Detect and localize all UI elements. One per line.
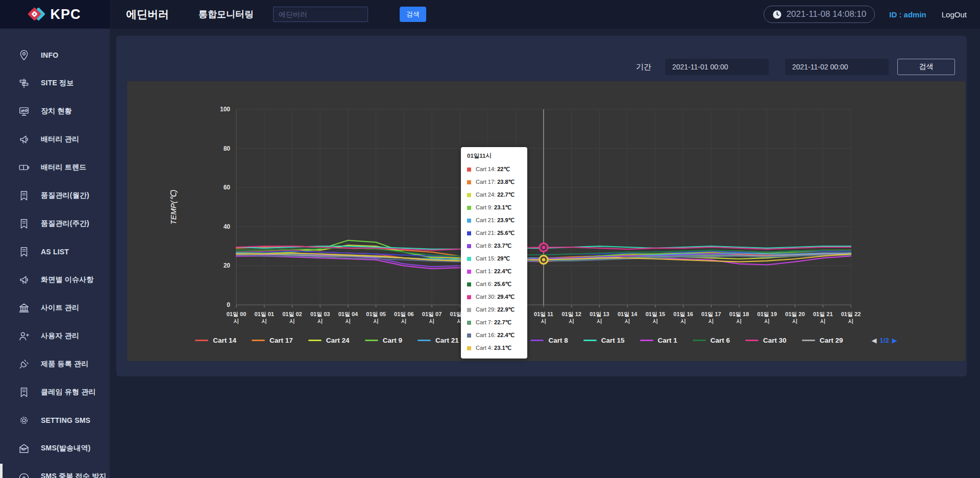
legend-label: Cart 30 [763, 337, 787, 344]
sidebar-item-info[interactable]: INFO [0, 41, 110, 69]
legend-item-cart-29[interactable]: Cart 29 [802, 337, 843, 344]
sidebar-item-site-info[interactable]: SITE 정보 [0, 69, 110, 97]
sidebar-item-battery-mgmt[interactable]: 배터리 관리 [0, 125, 110, 153]
legend-line-swatch [365, 340, 378, 341]
bookmark-list-icon [18, 190, 30, 201]
tooltip-row: Cart 14: 22℃ [467, 163, 521, 176]
sidebar-item-label: 배터리 관리 [41, 135, 79, 144]
sidebar-item-as-list[interactable]: AS LIST [0, 237, 110, 266]
svg-text:01일 16시: 01일 16시 [673, 311, 693, 324]
tooltip-row: Cart 1: 22.4℃ [467, 265, 521, 278]
bookmark-list-icon [18, 246, 30, 257]
legend-label: Cart 21 [435, 337, 459, 344]
svg-text:01일 17시: 01일 17시 [701, 311, 721, 324]
sidebar-item-device-status[interactable]: 장치 현황 [0, 97, 110, 125]
sidebar-item-screen-issues[interactable]: 화면별 이슈사항 [0, 266, 110, 294]
legend-line-swatch [418, 340, 431, 341]
tooltip-series-swatch [467, 333, 471, 338]
sidebar-item-setting-sms[interactable]: SETTING SMS [0, 406, 110, 434]
legend-prev-arrow-icon[interactable]: ◀ [872, 337, 877, 344]
legend-item-cart-6[interactable]: Cart 6 [693, 337, 730, 344]
sidebar-item-label: SITE 정보 [41, 79, 74, 88]
tooltip-row: Cart 7: 22.7℃ [467, 316, 521, 329]
legend-label: Cart 29 [820, 337, 843, 344]
brand-logo[interactable]: KPC [0, 0, 110, 29]
period-filter-row: 기간 검색 [116, 59, 967, 75]
legend-item-cart-8[interactable]: Cart 8 [530, 337, 568, 344]
bookmark-list-icon [18, 218, 30, 229]
clock-icon [772, 10, 782, 19]
legend-item-cart-9[interactable]: Cart 9 [365, 337, 402, 344]
logo-text: KPC [50, 7, 81, 22]
tooltip-series-swatch [467, 270, 471, 274]
tooltip-series-value: Cart 4: 23.1℃ [476, 345, 511, 351]
tooltip-series-value: Cart 6: 25.6℃ [476, 281, 511, 288]
sidebar-item-quality-weekly[interactable]: 품질관리(주간) [0, 209, 110, 237]
tooltip-row: Cart 16: 22.4℃ [467, 329, 521, 342]
user-id-label: ID : admin [889, 10, 926, 19]
tooltip-series-swatch [467, 180, 471, 184]
tooltip-series-swatch [467, 295, 471, 299]
legend-page-indicator: 1/2 [880, 337, 889, 344]
tooltip-series-value: Cart 9: 23.1℃ [476, 204, 511, 211]
date-to-input[interactable] [785, 59, 889, 75]
legend-label: Cart 14 [213, 337, 236, 344]
tooltip-title: 01일11시 [467, 152, 521, 160]
svg-text:01일 07시: 01일 07시 [422, 311, 442, 324]
logout-button[interactable]: LogOut [942, 10, 967, 19]
sidebar-item-label: 화면별 이슈사항 [41, 275, 94, 284]
svg-text:60: 60 [224, 184, 231, 191]
tooltip-row: Cart 9: 23.1℃ [467, 201, 521, 214]
page-scrollbar[interactable] [0, 464, 3, 478]
legend-line-swatch [693, 340, 706, 341]
sidebar-item-label: AS LIST [41, 248, 69, 256]
date-from-input[interactable] [665, 59, 769, 75]
tooltip-row: Cart 29: 22.9℃ [467, 303, 521, 316]
tooltip-series-value: Cart 21: 25.6℃ [476, 230, 514, 236]
panel-search-button[interactable]: 검색 [897, 59, 955, 75]
tooltip-row: Cart 24: 22.7℃ [467, 188, 521, 201]
tooltip-series-value: Cart 29: 22.9℃ [476, 306, 514, 313]
legend-item-cart-15[interactable]: Cart 15 [583, 337, 625, 344]
sidebar-item-label: 품질관리(월간) [41, 191, 89, 200]
sidebar-item-claim-type-mgmt[interactable]: 클레임 유형 관리 [0, 378, 110, 406]
sidebar-item-battery-trend[interactable]: 배터리 트렌드 [0, 153, 110, 181]
legend-item-cart-17[interactable]: Cart 17 [252, 337, 293, 344]
tooltip-row: Cart 17: 23.8℃ [467, 176, 521, 188]
tooltip-series-swatch [467, 168, 471, 172]
svg-text:01일 12시: 01일 12시 [561, 311, 581, 324]
sidebar-item-sms-duplicate-prevention[interactable]: SMS 중복 접수 방지 [0, 462, 110, 478]
tooltip-series-value: Cart 16: 22.4℃ [476, 332, 514, 339]
svg-text:TEMP(℃): TEMP(℃) [169, 189, 178, 225]
site-search-input[interactable] [273, 7, 368, 22]
sidebar-item-sms-history[interactable]: SMS(발송내역) [0, 434, 110, 462]
legend-item-cart-14[interactable]: Cart 14 [195, 337, 236, 344]
battery-icon [18, 162, 30, 173]
site-title: 에딘버러 [126, 7, 169, 21]
sidebar-item-label: 장치 현황 [41, 107, 72, 116]
sidebar-item-product-reg-mgmt[interactable]: 제품 등록 관리 [0, 350, 110, 378]
svg-text:01일 05시: 01일 05시 [366, 311, 386, 324]
sidebar-item-user-mgmt[interactable]: 사용자 관리 [0, 322, 110, 350]
svg-text:01일 01시: 01일 01시 [254, 311, 274, 324]
legend-pagination: ◀1/2▶ [872, 337, 897, 344]
sidebar-item-label: 사용자 관리 [41, 331, 79, 341]
svg-text:01일 22시: 01일 22시 [841, 311, 861, 324]
tooltip-series-value: Cart 24: 22.7℃ [476, 192, 514, 198]
legend-next-arrow-icon[interactable]: ▶ [892, 337, 897, 344]
svg-text:01일 04시: 01일 04시 [338, 311, 358, 324]
sidebar-item-site-mgmt[interactable]: 사이트 관리 [0, 294, 110, 322]
sidebar-item-label: 제품 등록 관리 [41, 360, 88, 369]
tooltip-series-swatch [467, 257, 471, 261]
temperature-chart-area: 02040608010001일 00시01일 01시01일 02시01일 03시… [127, 81, 965, 361]
sidebar-item-quality-monthly[interactable]: 품질관리(월간) [0, 181, 110, 209]
header-search-button[interactable]: 검색 [400, 7, 426, 22]
legend-item-cart-24[interactable]: Cart 24 [308, 337, 350, 344]
legend-label: Cart 24 [326, 337, 350, 344]
legend-item-cart-30[interactable]: Cart 30 [745, 337, 787, 344]
temperature-line-chart[interactable]: 02040608010001일 00시01일 01시01일 02시01일 03시… [127, 81, 965, 361]
legend-item-cart-1[interactable]: Cart 1 [640, 337, 677, 344]
svg-text:01일 00시: 01일 00시 [227, 311, 247, 324]
legend-item-cart-21[interactable]: Cart 21 [418, 337, 459, 344]
legend-label: Cart 9 [383, 337, 402, 344]
